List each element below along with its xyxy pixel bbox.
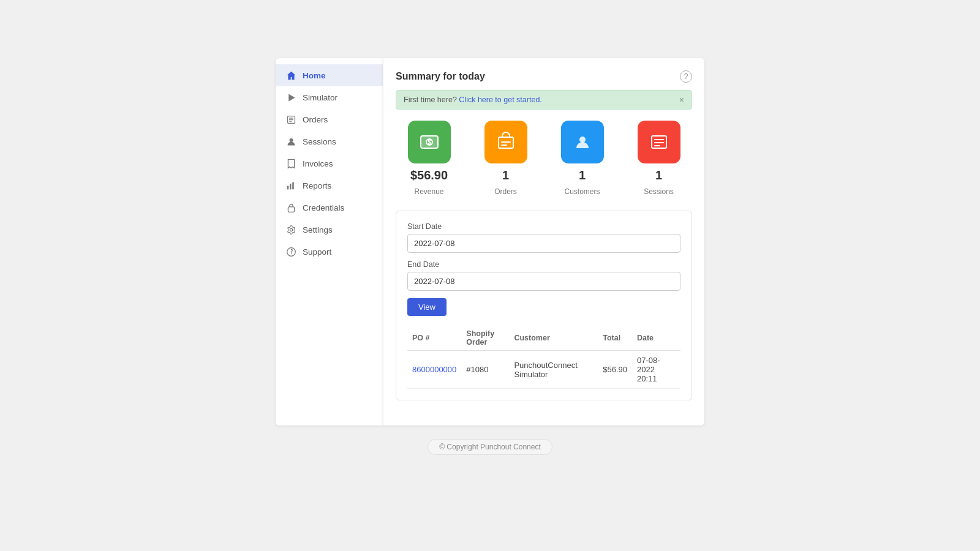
app-container: Home Simulator [276,58,704,425]
svg-point-5 [289,138,293,141]
end-date-group: End Date [407,260,680,291]
reports-icon [285,180,296,191]
sidebar-reports-label: Reports [303,181,331,190]
orders-icon [285,114,296,125]
svg-rect-22 [654,145,660,146]
sidebar-item-invoices[interactable]: Invoices [276,152,383,174]
svg-rect-9 [288,206,294,212]
total-cell: $56.90 [598,351,632,389]
sidebar-settings-label: Settings [303,225,333,234]
sessions-icon [285,136,296,147]
sidebar: Home Simulator [276,58,383,425]
sessions-label: Sessions [644,187,674,196]
home-icon [285,70,296,81]
view-button[interactable]: View [407,298,447,316]
customers-value: 1 [579,168,586,182]
sidebar-simulator-label: Simulator [303,93,337,102]
end-date-label: End Date [407,260,680,269]
summary-title: Summary for today [396,71,485,82]
po-link-cell[interactable]: 8600000000 [407,351,461,389]
end-date-input[interactable] [407,272,680,291]
stat-card-sessions: 1 Sessions [625,121,692,196]
sidebar-invoices-label: Invoices [303,159,333,168]
sidebar-item-settings[interactable]: Settings [276,219,383,241]
simulator-icon [285,92,296,103]
date-filter-section: Start Date End Date View PO # Shopify Or… [396,211,692,400]
col-customer: Customer [509,326,598,351]
table-row: 8600000000#1080PunchoutConnect Simulator… [407,351,680,389]
revenue-label: Revenue [414,187,443,196]
sessions-icon-box [638,121,680,163]
svg-point-10 [290,228,292,231]
footer: © Copyright Punchout Connect [428,439,552,455]
main-content: Summary for today ? First time here? Cli… [383,58,704,425]
start-date-group: Start Date [407,222,680,253]
orders-table: PO # Shopify Order Customer Total Date 8… [407,326,680,389]
svg-rect-7 [289,184,291,189]
col-date: Date [632,326,680,351]
revenue-value: $56.90 [410,168,448,182]
sidebar-item-orders[interactable]: Orders [276,108,383,130]
orders-label: Orders [494,187,517,196]
customer-cell: PunchoutConnect Simulator [509,351,598,389]
sidebar-item-sessions[interactable]: Sessions [276,130,383,152]
sidebar-item-simulator[interactable]: Simulator [276,86,383,108]
sidebar-support-label: Support [303,247,331,257]
shopify-order-cell: #1080 [461,351,509,389]
svg-rect-6 [287,186,288,189]
sidebar-item-support[interactable]: Support [276,241,383,263]
svg-text:$: $ [428,139,431,146]
alert-close-button[interactable]: × [679,96,684,104]
sidebar-credentials-label: Credentials [303,203,344,212]
sidebar-orders-label: Orders [303,115,328,124]
sidebar-item-reports[interactable]: Reports [276,174,383,197]
start-date-input[interactable] [407,234,680,253]
credentials-icon [285,202,296,213]
svg-rect-17 [501,144,507,146]
sidebar-home-label: Home [303,71,326,80]
sidebar-item-home[interactable]: Home [276,64,383,86]
help-icon[interactable]: ? [680,70,692,83]
alert-link[interactable]: Click here to get started. [459,96,541,104]
col-shopify-order: Shopify Order [461,326,509,351]
settings-icon [285,224,296,235]
footer-text: © Copyright Punchout Connect [428,439,552,455]
customers-label: Customers [564,187,600,196]
invoices-icon [285,158,296,169]
sessions-value: 1 [655,168,662,182]
customers-icon-box [561,121,604,163]
svg-rect-20 [654,139,664,140]
summary-header: Summary for today ? [396,70,692,83]
sidebar-sessions-label: Sessions [303,137,336,146]
revenue-icon-box: $ [408,121,451,163]
stat-card-revenue: $ $56.90 Revenue [396,121,462,196]
stats-row: $ $56.90 Revenue [396,121,692,196]
col-total: Total [598,326,632,351]
col-po: PO # [407,326,461,351]
svg-point-18 [579,137,586,143]
support-icon [285,246,296,257]
sidebar-item-credentials[interactable]: Credentials [276,197,383,219]
start-date-label: Start Date [407,222,680,231]
svg-rect-16 [501,141,511,143]
stat-card-orders: 1 Orders [472,121,539,196]
orders-value: 1 [502,168,509,182]
alert-text: First time here? Click here to get start… [404,96,542,104]
svg-marker-0 [288,94,295,101]
orders-icon-box [484,121,527,163]
stat-card-customers: 1 Customers [549,121,616,196]
svg-rect-21 [654,142,664,143]
date-cell: 07-08-2022 20:11 [632,351,680,389]
svg-rect-8 [292,182,294,189]
alert-banner: First time here? Click here to get start… [396,90,692,110]
